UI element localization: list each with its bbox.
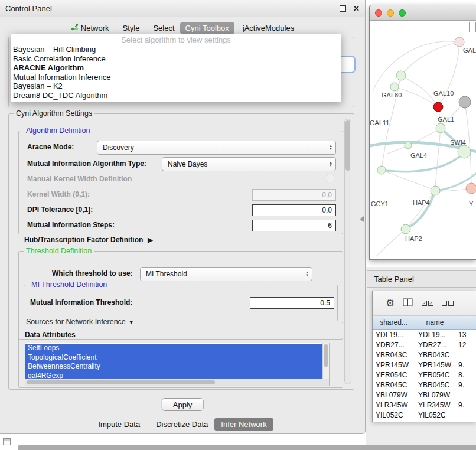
tab-select[interactable]: Select — [148, 22, 180, 34]
zoom-traffic-light-icon[interactable] — [399, 9, 406, 17]
column-header-shared[interactable]: shared... — [373, 316, 415, 329]
dropdown-item-selected[interactable]: ARACNE Algorithm — [11, 63, 341, 73]
combo-arrows-icon: ▲▼ — [302, 271, 312, 277]
attribute-list-vertical-scrollbar[interactable] — [322, 343, 329, 379]
node-salmon[interactable] — [466, 183, 476, 194]
columns-icon[interactable] — [403, 298, 413, 309]
unchecked-box-icon — [448, 301, 454, 306]
network-view-window: GAL GAL80 GAL10 GAL11 GAL1 SWI4 GAL4 GCY… — [369, 5, 476, 260]
scrollbar-corner — [469, 22, 476, 32]
close-traffic-light-icon[interactable] — [375, 9, 382, 17]
mi-threshold-field[interactable]: 0.5 — [250, 297, 334, 309]
list-item[interactable]: TopologicalCoefficient — [25, 353, 322, 362]
close-icon[interactable]: ✕ — [353, 5, 360, 12]
control-panel-title: Control Panel — [5, 4, 52, 13]
sources-group-title[interactable]: Sources for Network Inference▼ — [24, 318, 136, 326]
attribute-list-horizontal-scrollbar[interactable] — [25, 379, 329, 386]
apply-button[interactable]: Apply — [162, 398, 204, 411]
unchecked-box-icon — [442, 301, 447, 306]
tab-network-label: Network — [81, 24, 109, 32]
node-swi4[interactable] — [458, 145, 471, 158]
table-row[interactable]: YDR27...YDR27...12 — [373, 340, 476, 350]
node-gal80[interactable] — [390, 83, 399, 91]
checked-box-icon: ✓ — [422, 301, 427, 306]
node-label: GAL4 — [410, 152, 427, 159]
select-all-icon[interactable]: ✓ ✓ — [422, 301, 433, 306]
aracne-mode-select[interactable]: Discovery ▲▼ — [97, 141, 336, 155]
table-row[interactable]: YBR043CYBR043C — [373, 350, 476, 360]
scrollbar-thumb[interactable] — [324, 344, 328, 367]
table-row[interactable]: YBR045CYBR045C9. — [373, 380, 476, 390]
table-row[interactable]: YDL19...YDL19...13 — [373, 330, 476, 340]
node[interactable] — [396, 71, 406, 80]
list-item[interactable]: gal4RGexp — [25, 371, 322, 379]
node-gal4[interactable] — [405, 142, 412, 149]
tab-discretize-data[interactable]: Discretize Data — [149, 418, 214, 431]
mi-steps-field[interactable]: 6 — [252, 220, 336, 231]
tab-style-label: Style — [123, 24, 140, 32]
float-window-icon[interactable] — [340, 5, 346, 12]
which-threshold-select[interactable]: MI Threshold ▲▼ — [140, 267, 312, 281]
scrollbar-thumb[interactable] — [345, 120, 350, 171]
manual-kernel-checkbox[interactable] — [327, 175, 334, 182]
tab-style[interactable]: Style — [118, 22, 145, 34]
table-row[interactable]: YBL079WYBL079W — [373, 390, 476, 400]
node-label: GAL10 — [433, 90, 454, 97]
column-header-cut[interactable] — [455, 316, 476, 329]
threshold-definition-title: Threshold Definition — [24, 247, 94, 255]
list-item[interactable]: SelfLoops — [25, 344, 322, 353]
table-row[interactable]: YER054CYER054C8. — [373, 370, 476, 380]
node-label: HAP4 — [413, 199, 430, 206]
column-header-name[interactable]: name — [415, 316, 455, 329]
node-gal1[interactable] — [436, 123, 445, 133]
deselect-all-icon[interactable] — [442, 301, 454, 306]
list-item[interactable]: BetweennessCentrality — [25, 362, 322, 371]
node-label: HAP2 — [405, 235, 422, 242]
mi-algorithm-type-select[interactable]: Naive Bayes ▲▼ — [162, 157, 336, 171]
dpi-tolerance-field[interactable]: 0.0 — [252, 204, 336, 216]
network-canvas[interactable]: GAL GAL80 GAL10 GAL11 GAL1 SWI4 GAL4 GCY… — [370, 21, 476, 260]
mi-type-value: Naive Bayes — [168, 160, 326, 168]
node-hap2[interactable] — [401, 224, 410, 234]
tab-separator — [236, 24, 236, 32]
node-label: GAL1 — [438, 116, 454, 123]
table-header-row: shared... name — [373, 316, 476, 330]
kernel-width-label: Kernel Width (0,1): — [27, 188, 90, 201]
node-red-gal10[interactable] — [433, 102, 443, 112]
algorithm-dropdown-popup: Select algorithm to view settings Bayesi… — [11, 34, 341, 102]
node-pink[interactable] — [455, 37, 464, 47]
disclosure-right-icon: ▶ — [148, 236, 152, 244]
kernel-width-field[interactable]: 0.0 — [252, 189, 336, 201]
tab-cyni-toolbox-label: Cyni Toolbox — [185, 24, 229, 32]
tab-cyni-toolbox[interactable]: Cyni Toolbox — [180, 22, 234, 34]
table-row[interactable]: YIL052CYIL052C — [373, 410, 476, 420]
hub-factor-expander[interactable]: Hub/Transcription Factor Definition ▶ — [24, 236, 153, 244]
dropdown-item[interactable]: Basic Correlation Inference — [11, 54, 341, 64]
data-attributes-list: SelfLoops TopologicalCoefficient Between… — [25, 343, 330, 386]
bottom-status-bar — [18, 445, 476, 450]
dropdown-item[interactable]: Dream8 DC_TDC Algorithm — [11, 91, 341, 100]
scrollbar-thumb[interactable] — [27, 380, 215, 384]
tab-jactivemodules[interactable]: jActiveModules — [237, 22, 299, 34]
node-label: GAL80 — [382, 92, 402, 99]
minimized-panel-icon[interactable] — [3, 438, 11, 445]
dropdown-item[interactable]: Mutual Information Inference — [11, 73, 341, 82]
dropdown-item[interactable]: Bayesian – Hill Climbing — [11, 45, 341, 54]
node-gray[interactable] — [459, 96, 471, 108]
minimize-traffic-light-icon[interactable] — [387, 9, 394, 17]
node-label: GAL11 — [370, 119, 389, 126]
mini-window-titlebar — [4, 439, 10, 441]
combo-arrows-icon: ▲▼ — [326, 161, 335, 167]
node-hap4[interactable] — [431, 186, 440, 195]
tab-impute-data[interactable]: Impute Data — [92, 418, 146, 431]
gear-icon[interactable]: ⚙ — [386, 298, 395, 308]
tab-network[interactable]: Network — [66, 22, 115, 34]
dropdown-item[interactable]: Bayesian – K2 — [11, 81, 341, 91]
settings-vertical-scrollbar[interactable] — [344, 119, 351, 384]
panel-collapse-arrow-icon[interactable] — [360, 216, 364, 222]
table-row[interactable]: YLR345WYLR345W9. — [373, 400, 476, 410]
table-row[interactable]: YPR145WYPR145W9. — [373, 360, 476, 370]
tab-infer-network[interactable]: Infer Network — [214, 418, 273, 431]
cyni-algorithm-settings-group: Cyni Algorithm Settings Algorithm Defini… — [8, 113, 354, 390]
node[interactable] — [377, 166, 386, 174]
